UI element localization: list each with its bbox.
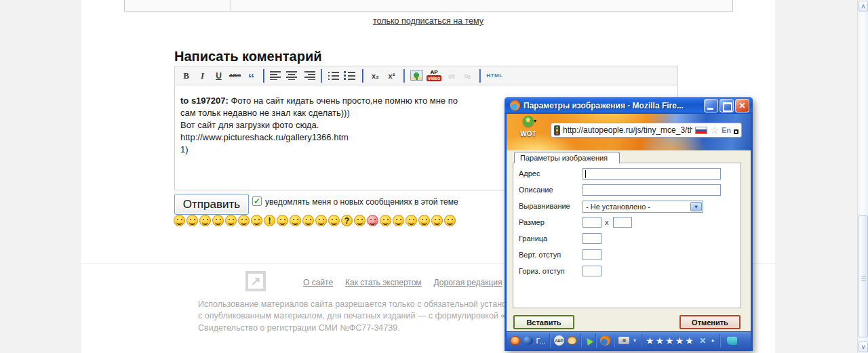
smiley-smirk[interactable] — [328, 215, 340, 226]
icon-sub-label: video — [427, 75, 441, 81]
expand-caret-icon[interactable]: ▸ — [711, 334, 716, 348]
height-field[interactable] — [613, 217, 632, 228]
notify-checkbox[interactable]: ✓ — [252, 196, 262, 206]
smiley-question[interactable]: ? — [341, 215, 353, 226]
scroll-up-button[interactable]: ∧ — [859, 1, 868, 12]
smiley-worried[interactable] — [393, 215, 404, 226]
unlink-icon[interactable]: ∞ — [460, 67, 476, 84]
smiley-angry-devil[interactable] — [251, 215, 262, 226]
bookmark-star-icon[interactable]: ☆ — [710, 125, 719, 135]
superscript-icon[interactable]: x² — [385, 69, 398, 83]
cancel-button[interactable]: Отменить — [679, 315, 741, 329]
subscribe-row: только подписаться на тему — [81, 14, 775, 26]
smiley-tongue-out[interactable] — [418, 215, 430, 226]
smiley-tongue[interactable] — [199, 215, 211, 226]
screenshot-icon[interactable] — [618, 337, 629, 344]
smiley-shocked[interactable] — [238, 215, 250, 226]
smiley-mad[interactable] — [315, 215, 327, 226]
send-button[interactable]: Отправить — [174, 194, 249, 215]
dropdown-button[interactable]: ▾ — [690, 202, 702, 211]
emoticon-row: !? — [174, 215, 456, 226]
alignment-select[interactable]: - Не установлено - ▾ — [583, 201, 703, 213]
strikethrough-icon[interactable]: ABC — [229, 69, 241, 83]
ap-video-icon[interactable]: APvideo — [427, 69, 441, 83]
hspace-label: Гориз. отступ — [519, 267, 565, 275]
address-field[interactable] — [583, 168, 721, 180]
footer-link[interactable]: Как стать экспертом — [345, 278, 421, 287]
blockquote-icon[interactable]: “ — [245, 69, 258, 83]
smiley-wink[interactable] — [444, 215, 456, 226]
window-titlebar[interactable]: Параметры изображения - Mozilla Fire... … — [505, 97, 753, 114]
underline-icon[interactable]: U — [212, 69, 225, 83]
size-separator: x — [605, 218, 609, 226]
subscript-icon[interactable]: x₂ — [369, 69, 382, 83]
smiley-frown[interactable] — [277, 215, 288, 226]
vertical-scrollbar[interactable]: ∧ ∨ — [857, 0, 868, 353]
smiley-grin[interactable] — [186, 215, 198, 226]
numbered-list-icon[interactable] — [344, 71, 357, 80]
notify-label: уведомлять меня о новых сообщениях в это… — [265, 197, 458, 207]
scroll-down-button[interactable]: ∨ — [859, 341, 868, 352]
footer-link[interactable]: О сайте — [303, 278, 333, 287]
globe-icon[interactable] — [523, 336, 533, 345]
footer-links: О сайтеКак стать экспертомДорогая редакц… — [303, 278, 528, 287]
greasemonkey-icon[interactable] — [567, 336, 577, 345]
x-mark-icon[interactable]: ✕ — [698, 334, 708, 348]
dropdown-caret-icon[interactable]: ▾ — [632, 334, 637, 348]
link-icon[interactable]: ∞ — [445, 69, 458, 83]
lock-icon — [734, 129, 738, 134]
checkbox-check-icon: ✓ — [254, 198, 260, 205]
wot-label: WOT — [515, 130, 542, 138]
smiley-cry[interactable] — [225, 215, 237, 226]
smiley-rolleyes[interactable] — [380, 215, 391, 226]
footer-link[interactable]: Дорогая редакция — [434, 278, 502, 287]
firefox-icon — [510, 100, 520, 110]
scrollbar-thumb[interactable] — [859, 215, 868, 337]
maximize-button[interactable] — [719, 99, 734, 112]
site-logo[interactable]: ↗ — [245, 271, 266, 291]
smiley-biggrin[interactable] — [406, 215, 417, 226]
smiley-smile[interactable] — [302, 215, 314, 226]
smiley-cool[interactable] — [212, 215, 224, 226]
adblock-icon[interactable]: ABP — [554, 335, 564, 346]
align-left-icon[interactable] — [270, 71, 283, 80]
insert-image-icon[interactable] — [410, 70, 423, 81]
comment-heading: Написать коментарий — [174, 49, 322, 64]
statusbar-text[interactable]: Г... — [536, 334, 546, 348]
align-center-icon[interactable] — [286, 71, 299, 80]
smiley-blush[interactable] — [367, 215, 378, 226]
insert-button[interactable]: Вставить — [513, 315, 574, 329]
table-cell — [231, 0, 733, 12]
html-icon[interactable]: HTML — [486, 69, 502, 83]
vspace-field[interactable] — [583, 249, 601, 260]
smiley-idea[interactable] — [290, 215, 301, 226]
align-right-icon[interactable] — [302, 71, 315, 80]
width-field[interactable] — [583, 217, 601, 228]
smiley-exclamation[interactable]: ! — [264, 215, 275, 226]
foxyproxy-icon[interactable] — [510, 336, 520, 345]
window-title: Параметры изображения - Mozilla Fire... — [524, 101, 703, 110]
address-bar[interactable]: http://autopeople.ru/js/tiny_mce_3/ther … — [551, 123, 742, 138]
firefox-addon-icon[interactable] — [600, 335, 610, 346]
alignment-label: Выравнивание — [519, 202, 570, 210]
cursor-icon[interactable] — [584, 336, 593, 346]
description-field[interactable] — [583, 184, 721, 196]
dialog-body: Параметры изображения Адрес Описание Выр… — [507, 150, 751, 331]
hspace-field[interactable] — [583, 266, 601, 276]
smiley-devil-grin[interactable] — [431, 215, 443, 226]
italic-icon[interactable]: I — [196, 69, 209, 83]
bullet-list-icon[interactable] — [328, 71, 340, 80]
rating-stars-icon[interactable]: ★★★★★ — [646, 334, 695, 348]
wot-button[interactable]: ★ ▾ WOT — [515, 116, 542, 138]
smiley-laugh[interactable] — [174, 215, 185, 226]
address-label: Адрес — [519, 169, 540, 178]
border-field[interactable] — [583, 233, 601, 244]
minimize-button[interactable] — [704, 99, 718, 112]
bold-icon[interactable]: B — [180, 69, 193, 83]
close-button[interactable]: ✕ — [735, 99, 749, 112]
subscribe-link[interactable]: только подписаться на тему — [373, 16, 484, 26]
tab-image-properties[interactable]: Параметры изображения — [514, 152, 620, 163]
smiley-laugh-tongue[interactable] — [354, 215, 366, 226]
chat-icon[interactable] — [727, 337, 737, 345]
wot-icon: ★ ▾ — [523, 116, 534, 127]
